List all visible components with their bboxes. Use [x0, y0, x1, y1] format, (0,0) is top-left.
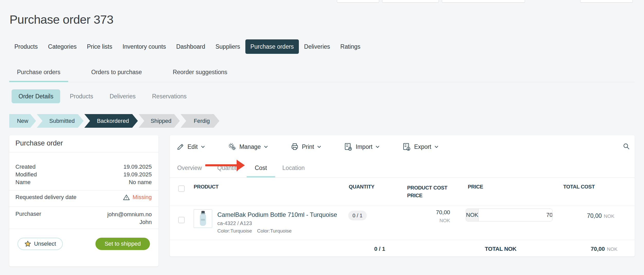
tab-products[interactable]: Products	[63, 89, 100, 103]
meta-label: Name	[15, 179, 31, 186]
print-label: Print	[302, 143, 314, 150]
lines-table-header: PRODUCT QUANTITY PRODUCT COST PRICE PRIC…	[170, 178, 635, 206]
unselect-button[interactable]: Unselect	[17, 238, 63, 250]
nav-price-lists[interactable]: Price lists	[82, 39, 117, 54]
tab-order-details[interactable]: Order Details	[12, 89, 60, 103]
warning-icon	[123, 194, 130, 201]
section-tabs: Order Details Products Deliveries Reserv…	[12, 89, 193, 103]
order-meta: Created 19.09.2025 Modified 19.09.2025 N…	[15, 163, 152, 186]
select-all-checkbox[interactable]	[178, 185, 185, 192]
chevron-down-icon	[201, 145, 205, 148]
meta-value: 19.09.2025	[123, 164, 152, 170]
divider	[9, 190, 158, 191]
set-to-shipped-button[interactable]: Set to shipped	[95, 238, 150, 250]
database-export-icon	[402, 142, 411, 151]
footer-total-amount: 70,00	[591, 246, 605, 252]
page-title: Purchase order 373	[10, 12, 113, 27]
subnav-purchase-orders[interactable]: Purchase orders	[9, 63, 68, 82]
quantity-badge: 0 / 1	[348, 211, 367, 220]
price-input[interactable]	[479, 209, 552, 221]
product-cost-price: 70,00 NOK	[436, 209, 450, 224]
tab-location[interactable]: Location	[282, 158, 305, 177]
nav-purchase-orders[interactable]: Purchase orders	[245, 39, 299, 54]
pencil-icon	[176, 143, 184, 151]
meta-row-modified: Modified 19.09.2025	[15, 171, 152, 178]
star-icon	[24, 240, 31, 247]
order-status-steps: New Submitted Backordered Shipped Ferdig	[9, 114, 219, 128]
subnav-orders-to-purchase[interactable]: Orders to purchase	[84, 63, 150, 82]
step-backordered[interactable]: Backordered	[84, 114, 138, 128]
top-cropped-field	[337, 0, 379, 3]
purchaser-row: Purchaser john@omnium.no John	[15, 211, 152, 226]
top-cropped-field	[580, 0, 633, 3]
manage-menu-button[interactable]: Manage	[228, 142, 268, 151]
tab-reservations[interactable]: Reservations	[145, 89, 193, 103]
top-cropped-field	[382, 0, 439, 3]
step-ferdig[interactable]: Ferdig	[181, 114, 219, 128]
cost-price-value: 70,00	[436, 209, 450, 216]
subnav-reorder-suggestions[interactable]: Reorder suggestions	[165, 63, 235, 82]
col-quantity: QUANTITY	[349, 184, 374, 190]
export-label: Export	[414, 143, 431, 150]
missing-text: Missing	[132, 194, 152, 201]
product-attr: Color:Turquoise	[217, 228, 252, 234]
nav-products[interactable]: Products	[9, 39, 43, 54]
nav-suppliers[interactable]: Suppliers	[210, 39, 245, 54]
row-checkbox[interactable]	[178, 217, 185, 223]
purchase-order-card: Purchase order Created 19.09.2025 Modifi…	[9, 135, 158, 267]
unselect-label: Unselect	[34, 240, 56, 247]
product-attributes: Color:Turquoise Color:Turquoise	[217, 228, 292, 234]
meta-row-name: Name No name	[15, 178, 152, 186]
print-menu-button[interactable]: Print	[291, 143, 321, 151]
product-sku: ca-4322 / A123	[217, 220, 252, 226]
currency-prefix: NOK	[466, 209, 479, 221]
printer-icon	[291, 143, 299, 151]
chevron-down-icon	[434, 145, 439, 148]
export-menu-button[interactable]: Export	[402, 142, 438, 151]
price-input-group: NOK	[466, 209, 552, 221]
lines-table-footer: 0 / 1 TOTAL NOK 70,00NOK	[170, 240, 635, 256]
top-cropped-field	[442, 0, 525, 3]
meta-label: Created	[15, 164, 35, 170]
tab-deliveries[interactable]: Deliveries	[103, 89, 142, 103]
total-cost-currency: NOK	[604, 213, 614, 219]
search-button[interactable]	[622, 142, 630, 151]
divider	[9, 207, 158, 207]
step-submitted[interactable]: Submitted	[37, 114, 84, 128]
tab-cost[interactable]: Cost	[254, 158, 267, 177]
col-product: PRODUCT	[194, 184, 219, 190]
total-cost-cell: 70,00NOK	[587, 212, 614, 219]
step-new[interactable]: New	[9, 114, 36, 128]
meta-row-created: Created 19.09.2025	[15, 163, 152, 171]
footer-total-label: TOTAL NOK	[485, 246, 516, 252]
total-cost-value: 70,00	[587, 212, 602, 219]
nav-categories[interactable]: Categories	[43, 39, 82, 54]
edit-menu-button[interactable]: Edit	[176, 143, 205, 151]
tab-overview[interactable]: Overview	[177, 158, 202, 177]
nav-deliveries[interactable]: Deliveries	[299, 39, 335, 54]
meta-value: 19.09.2025	[123, 171, 152, 178]
purchaser-values: john@omnium.no John	[107, 211, 152, 226]
main-nav: Products Categories Price lists Inventor…	[9, 39, 365, 54]
footer-quantity: 0 / 1	[374, 246, 385, 252]
lines-toolbar: Edit Manage	[170, 135, 635, 158]
import-menu-button[interactable]: Import	[344, 142, 380, 151]
chevron-down-icon	[264, 145, 268, 148]
order-card-actions: Unselect Set to shipped	[9, 238, 158, 250]
delivery-date-status: Missing	[123, 194, 152, 201]
annotation-red-arrow-line	[205, 164, 239, 166]
product-name-link[interactable]: CamelBak Podium Bottle 710ml - Turquoise	[217, 211, 337, 218]
purchaser-name: John	[107, 218, 152, 226]
order-card-title: Purchase order	[15, 139, 63, 147]
nav-ratings[interactable]: Ratings	[335, 39, 365, 54]
chevron-down-icon	[375, 145, 380, 148]
divider	[9, 229, 158, 229]
nav-dashboard[interactable]: Dashboard	[171, 39, 210, 54]
purchaser-label: Purchaser	[15, 211, 41, 226]
bottle-image	[200, 211, 206, 226]
footer-total-value: 70,00NOK	[591, 246, 618, 252]
gears-icon	[228, 142, 236, 151]
nav-inventory-counts[interactable]: Inventory counts	[117, 39, 171, 54]
step-shipped[interactable]: Shipped	[139, 114, 180, 128]
col-price: PRICE	[468, 184, 483, 190]
